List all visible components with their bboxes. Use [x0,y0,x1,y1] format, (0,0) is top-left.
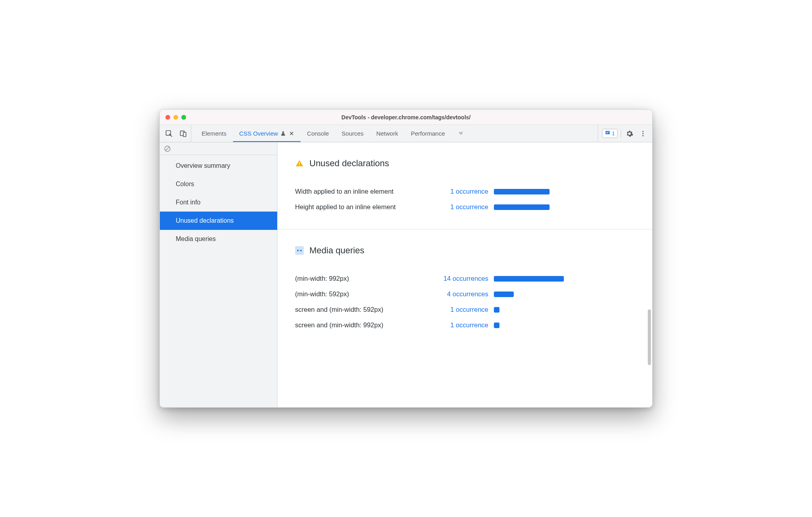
row-label: (min-width: 592px) [295,290,434,298]
main-toolbar: Elements CSS Overview ✕ Console Sources … [160,125,652,142]
panel-tabs: Elements CSS Overview ✕ Console Sources … [191,125,598,142]
svg-point-8 [643,135,644,136]
section-header: Unused declarations [295,158,635,169]
tab-sources[interactable]: Sources [335,125,370,142]
media-row: (min-width: 992px) 14 occurrences [295,271,635,286]
sidebar-item-label: Media queries [176,235,216,242]
tab-label: Elements [202,130,227,137]
row-bar [494,323,499,328]
more-tabs-button[interactable] [451,125,470,142]
sidebar: Overview summary Colors Font info Unused… [160,142,278,407]
row-occurrence-link[interactable]: 1 occurrence [434,203,494,211]
section-unused-declarations: Unused declarations Width applied to an … [278,142,652,229]
sidebar-item-label: Font info [176,199,200,206]
row-occurrence-link[interactable]: 1 occurrence [434,321,494,329]
kebab-menu-icon[interactable] [638,128,648,139]
sidebar-item-font-info[interactable]: Font info [160,193,277,212]
media-row: screen and (min-width: 992px) 1 occurren… [295,317,635,333]
section-title: Media queries [309,245,364,256]
unused-row: Width applied to an inline element 1 occ… [295,184,635,199]
clear-overview-icon[interactable] [164,145,171,152]
toolbar-left [160,125,191,142]
row-label: (min-width: 992px) [295,275,434,282]
svg-point-6 [643,131,644,132]
inspect-element-icon[interactable] [164,128,174,139]
row-occurrence-link[interactable]: 1 occurrence [434,188,494,195]
row-label: Height applied to an inline element [295,203,434,211]
tab-network[interactable]: Network [370,125,404,142]
row-occurrence-link[interactable]: 1 occurrence [434,306,494,313]
svg-rect-4 [606,132,609,132]
svg-rect-11 [299,162,300,164]
sidebar-item-colors[interactable]: Colors [160,175,277,193]
experiment-beaker-icon [280,131,286,136]
sidebar-items: Overview summary Colors Font info Unused… [160,155,277,248]
sidebar-item-unused-declarations[interactable]: Unused declarations [160,212,277,230]
row-label: Width applied to an inline element [295,188,434,195]
titlebar: DevTools - developer.chrome.com/tags/dev… [160,110,652,125]
svg-line-10 [166,147,169,150]
row-occurrence-link[interactable]: 14 occurrences [434,275,494,282]
warning-triangle-icon [295,159,304,168]
tab-label: Console [307,130,329,137]
sidebar-header [160,142,277,155]
svg-rect-12 [299,165,300,165]
device-toolbar-icon[interactable] [178,128,188,139]
main-panel[interactable]: Unused declarations Width applied to an … [278,142,652,407]
scrollbar-thumb[interactable] [648,309,651,365]
divider [621,130,621,138]
row-bar [494,276,564,282]
tab-elements[interactable]: Elements [195,125,233,142]
window-zoom-button[interactable] [181,115,186,120]
sidebar-item-media-queries[interactable]: Media queries [160,230,277,248]
window-minimize-button[interactable] [173,115,178,120]
section-media-queries: Media queries (min-width: 992px) 14 occu… [278,229,652,347]
toolbar-right: 1 [598,125,652,142]
traffic-lights [160,115,186,120]
sidebar-item-label: Colors [176,181,194,187]
row-bar [494,292,514,297]
issues-icon [605,130,610,137]
window-title: DevTools - developer.chrome.com/tags/dev… [160,114,652,121]
tab-label: Performance [411,130,445,137]
tab-label: Network [376,130,398,137]
media-row: screen and (min-width: 592px) 1 occurren… [295,302,635,317]
unused-row: Height applied to an inline element 1 oc… [295,199,635,215]
section-header: Media queries [295,245,635,256]
row-bar [494,189,550,194]
sidebar-item-label: Unused declarations [176,217,234,224]
devtools-window: DevTools - developer.chrome.com/tags/dev… [159,109,653,408]
row-label: screen and (min-width: 592px) [295,306,434,313]
window-close-button[interactable] [165,115,170,120]
settings-gear-icon[interactable] [624,128,635,139]
sidebar-item-label: Overview summary [176,162,230,169]
row-bar [494,204,550,210]
tab-performance[interactable]: Performance [404,125,451,142]
tab-label: CSS Overview [239,130,278,137]
tab-css-overview[interactable]: CSS Overview ✕ [233,125,301,142]
content-area: Overview summary Colors Font info Unused… [160,142,652,407]
media-row: (min-width: 592px) 4 occurrences [295,286,635,302]
svg-rect-3 [606,131,610,134]
svg-rect-5 [606,133,608,133]
svg-point-7 [643,133,644,134]
tab-console[interactable]: Console [301,125,335,142]
row-bar [494,307,499,313]
row-occurrence-link[interactable]: 4 occurrences [434,290,494,298]
issues-count: 1 [612,130,615,136]
svg-rect-2 [183,132,186,136]
tab-label: Sources [342,130,363,137]
close-tab-icon[interactable]: ✕ [289,130,294,137]
section-title: Unused declarations [309,158,389,169]
row-label: screen and (min-width: 992px) [295,321,434,329]
sidebar-item-overview-summary[interactable]: Overview summary [160,157,277,175]
issues-badge[interactable]: 1 [602,129,618,138]
media-queries-icon [295,246,304,255]
